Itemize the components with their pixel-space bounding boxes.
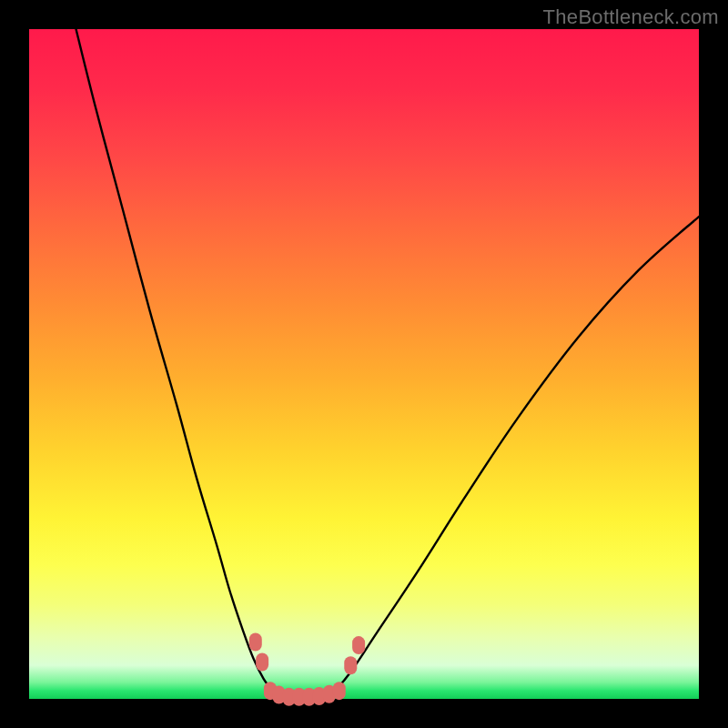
marker-point [256, 653, 268, 672]
marker-point [352, 636, 365, 654]
watermark-text: TheBottleneck.com [543, 5, 719, 29]
marker-layer [249, 632, 365, 705]
marker-point [333, 682, 346, 700]
chart-frame: TheBottleneck.com [0, 0, 728, 728]
plot-area [29, 29, 699, 699]
marker-point [344, 656, 357, 674]
curve-layer [29, 29, 699, 699]
marker-point [249, 632, 262, 651]
bottleneck-curve [76, 29, 699, 697]
